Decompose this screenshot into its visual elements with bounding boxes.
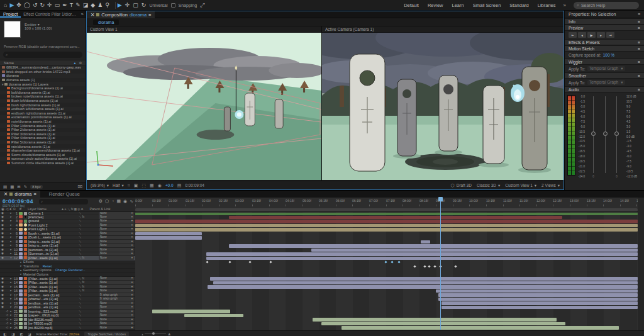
twirl-icon[interactable]: ▸	[9, 281, 13, 284]
layer-duration-bar[interactable]	[436, 289, 638, 293]
keyframe-icon[interactable]	[413, 265, 416, 267]
project-item[interactable]: shame/embarrassment/diorama assets (1).a…	[0, 148, 86, 153]
label-color-chip[interactable]	[19, 232, 23, 235]
snapping-checkbox[interactable]	[171, 3, 175, 8]
project-item[interactable]: bolt/diorama assets (1).ai	[0, 91, 86, 95]
parent-link-dropdown[interactable]: None▾	[99, 232, 134, 235]
layer-switches[interactable]: ＼ fx	[79, 285, 99, 289]
twirl-icon[interactable]: ▸	[9, 232, 13, 235]
panel-menu-icon[interactable]: ≡	[638, 74, 640, 78]
label-color-chip[interactable]	[19, 326, 23, 329]
panel-menu-icon[interactable]: ≡	[638, 12, 640, 16]
parent-link-dropdown[interactable]: None▾	[99, 256, 134, 260]
layer-row[interactable]: ◁▸25[mi-80239.mp3]＼None▾	[0, 326, 135, 330]
brush-tool[interactable]: ✎	[75, 0, 80, 10]
puppet-pin-tool[interactable]: ⚲	[105, 0, 109, 10]
label-color-chip[interactable]	[19, 301, 23, 305]
layer-duration-bar[interactable]	[206, 257, 638, 260]
interpret-footage-icon[interactable]: ▤	[3, 184, 7, 189]
label-color-chip[interactable]	[19, 252, 23, 255]
solo-column-icon[interactable]: ●	[9, 207, 11, 211]
property-action-link[interactable]: Reset	[43, 264, 52, 268]
project-bit-depth[interactable]: 8 bpc	[30, 185, 42, 189]
scale-gizmo-icon[interactable]: ▢	[133, 0, 138, 10]
eye-icon[interactable]: ◉	[0, 219, 5, 223]
motion-sketch-header[interactable]: Motion Sketch≡	[565, 45, 644, 52]
right-level-knob[interactable]	[614, 132, 619, 136]
layer-switches[interactable]: ＼	[79, 305, 99, 309]
panel-menu-icon[interactable]: ≡	[638, 40, 640, 45]
preview-panel-header[interactable]: Preview≡	[565, 25, 644, 31]
panel-menu-icon[interactable]: ≡	[638, 47, 640, 51]
rotate-gizmo-icon[interactable]: ↻	[142, 0, 147, 10]
parent-link-dropdown[interactable]: None▾	[99, 289, 134, 293]
panel-menu-icon[interactable]: ≡	[638, 26, 640, 30]
mask-visibility-icon[interactable]: ▣	[134, 183, 138, 188]
toggle-switches-modes-button[interactable]: Toggle Switches / Modes	[84, 332, 129, 336]
twirl-icon[interactable]: ▸	[9, 223, 13, 227]
project-item[interactable]: diorama	[0, 74, 86, 78]
parent-link-dropdown[interactable]: None▾	[99, 301, 134, 305]
playhead-line[interactable]	[440, 197, 441, 330]
composition-mini-flowchart-icon[interactable]: ⚙	[99, 199, 103, 204]
resolution-dropdown[interactable]: Half▾	[113, 183, 124, 188]
layer-switches[interactable]: ＼ fx	[79, 277, 99, 281]
twirl-icon[interactable]: ▸	[9, 326, 13, 330]
expand-render-time-icon[interactable]: ◨	[11, 332, 14, 336]
panel-menu-icon[interactable]: ≡	[148, 12, 151, 18]
twirl-icon[interactable]: ▸	[9, 227, 13, 231]
selection-mode-icon[interactable]: ▶	[118, 0, 122, 10]
master-level-knob[interactable]	[603, 132, 608, 136]
graph-editor-icon[interactable]: ∿	[130, 199, 133, 204]
keyframe-icon[interactable]	[248, 261, 251, 264]
layer-duration-bar[interactable]	[438, 298, 638, 301]
parent-link-dropdown[interactable]: None▾	[99, 305, 134, 309]
layer-duration-bar[interactable]	[321, 322, 565, 326]
sort-icon[interactable]: ▲	[74, 61, 77, 65]
twirl-right-icon[interactable]: ▸	[19, 260, 23, 264]
eye-icon[interactable]: ◉	[0, 227, 5, 231]
project-column-header[interactable]: Name ▲ ⚙	[0, 60, 86, 65]
new-folder-icon[interactable]: ▦	[10, 184, 14, 189]
layer-switches[interactable]: ＼ fx	[79, 289, 99, 293]
rotation-tool[interactable]: ↻	[40, 0, 45, 10]
transparency-grid-icon[interactable]: ▦	[150, 183, 154, 188]
project-item[interactable]: Pillar 5/diorama assets (1).ai	[0, 140, 86, 145]
twirl-icon[interactable]: ▸	[9, 248, 13, 252]
eye-icon[interactable]: ◉	[0, 244, 5, 247]
parent-link-dropdown[interactable]: None▾	[99, 236, 134, 240]
parent-link-dropdown[interactable]: None▾	[99, 326, 134, 330]
name-column-label[interactable]: Name	[4, 61, 14, 65]
label-color-chip[interactable]	[19, 256, 23, 259]
label-color-chip[interactable]	[19, 314, 23, 317]
layer-switches[interactable]: ＼	[79, 313, 99, 317]
label-color-chip[interactable]	[19, 223, 23, 227]
playhead-handle[interactable]	[438, 197, 443, 201]
last-frame-button[interactable]: ⇥	[606, 32, 614, 38]
zoom-tool[interactable]: ◯	[24, 0, 30, 10]
tab-project[interactable]: Project	[0, 11, 21, 18]
project-item[interactable]: rain/diorama assets (1).ai	[0, 144, 86, 148]
parent-link-dropdown[interactable]: None▾	[99, 240, 134, 244]
zoom-in-mountain-icon[interactable]: ▲	[167, 332, 172, 336]
magnification-dropdown[interactable]: (99.9%)▾	[91, 183, 109, 188]
layer-duration-bar[interactable]	[135, 213, 638, 215]
workspace-tab-learn[interactable]: Learn	[452, 3, 464, 8]
layer-switches[interactable]: ＼	[79, 227, 99, 231]
parent-link-dropdown[interactable]: None▾	[99, 220, 134, 223]
label-color-chip[interactable]	[19, 281, 23, 284]
roto-brush-tool[interactable]: ♟	[97, 0, 103, 10]
label-color-chip[interactable]	[19, 322, 23, 325]
label-color-chip[interactable]	[19, 298, 23, 301]
work-area-bar[interactable]	[135, 208, 638, 211]
keyframe-icon[interactable]	[206, 261, 209, 264]
panel-menu-icon[interactable]: ≡	[638, 20, 640, 24]
layer-duration-bar[interactable]	[341, 326, 619, 330]
label-color-chip[interactable]	[19, 212, 23, 215]
layer-duration-bar[interactable]	[135, 224, 638, 228]
view-layout-dropdown[interactable]: 2 Views▾	[541, 183, 560, 188]
eye-icon[interactable]: ◉	[0, 252, 5, 255]
workspace-tab-review[interactable]: Review	[428, 3, 443, 8]
layer-switches[interactable]: ＼ fx	[79, 281, 99, 284]
trash-icon[interactable]: ⌧	[78, 184, 83, 189]
